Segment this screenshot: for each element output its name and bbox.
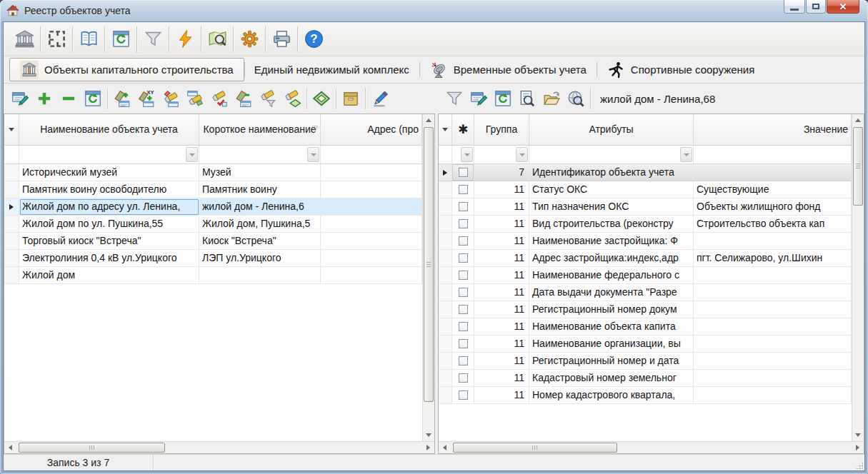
- cell-short[interactable]: Киоск "Встреча": [199, 233, 321, 250]
- row-selector[interactable]: [439, 353, 452, 370]
- cell-value[interactable]: Строительство объекта кап: [694, 216, 852, 233]
- cell-group[interactable]: 11: [474, 336, 529, 353]
- tab-capital-construction[interactable]: Объекты капитального строительства: [9, 58, 244, 81]
- cell-address[interactable]: [321, 216, 422, 233]
- cell-name[interactable]: Исторический музей: [19, 164, 199, 181]
- scroll-up-icon[interactable]: [423, 114, 434, 126]
- vertical-scrollbar[interactable]: [422, 114, 434, 441]
- checkbox-cell[interactable]: [452, 181, 474, 198]
- column-header-value[interactable]: Значение: [694, 114, 852, 145]
- cell-short[interactable]: Музей: [199, 164, 321, 181]
- bank-button[interactable]: [11, 25, 38, 54]
- table-row[interactable]: Торговый киоск "Встреча" Киоск "Встреча": [4, 233, 422, 250]
- table-row[interactable]: 11 Наименование организации, вы: [439, 336, 852, 353]
- cell-short[interactable]: Жилой дом, Пушкина,5: [199, 216, 321, 233]
- table-row[interactable]: Памятник воину освободителю Памятник вои…: [4, 181, 422, 198]
- checkbox-cell[interactable]: [452, 336, 474, 353]
- row-selector[interactable]: [4, 198, 19, 216]
- checkbox-cell[interactable]: [452, 284, 474, 301]
- cell-name[interactable]: Электролиния 0,4 кВ ул.Урицкого: [19, 250, 199, 267]
- cell-group[interactable]: 7: [474, 164, 529, 181]
- cell-value[interactable]: [694, 284, 852, 301]
- row-selector[interactable]: [439, 164, 452, 181]
- cell-group[interactable]: 11: [474, 267, 529, 284]
- column-header-name[interactable]: Наименование объекта учета: [19, 114, 199, 145]
- cell-value[interactable]: Существующие: [694, 181, 852, 198]
- edit-geometry-button[interactable]: [368, 86, 392, 111]
- land-parcel-button[interactable]: [309, 86, 334, 111]
- checkbox-cell[interactable]: [452, 387, 474, 404]
- cell-address[interactable]: [321, 233, 422, 250]
- attr-open-document-button[interactable]: [539, 86, 564, 111]
- attribute-checkbox[interactable]: [459, 185, 468, 194]
- row-selector[interactable]: [439, 301, 452, 318]
- attribute-checkbox[interactable]: [459, 202, 468, 211]
- cell-attribute[interactable]: Номер кадастрового квартала,: [529, 387, 694, 404]
- edit-record-button[interactable]: [8, 86, 32, 111]
- cell-group[interactable]: 11: [474, 284, 529, 301]
- checkbox-cell[interactable]: [452, 198, 474, 216]
- filter-cell-check[interactable]: [452, 146, 474, 163]
- table-row[interactable]: Жилой дом: [4, 267, 422, 284]
- filter-button[interactable]: [139, 25, 166, 54]
- cell-attribute[interactable]: Наименование организации, вы: [529, 336, 694, 353]
- attribute-checkbox[interactable]: [459, 271, 468, 280]
- cell-group[interactable]: 11: [474, 216, 529, 233]
- attribute-checkbox[interactable]: [459, 236, 468, 246]
- cell-value[interactable]: пгт. Селижарово, ул.Шихин: [694, 250, 852, 267]
- tab-sport-facilities[interactable]: Спортивные сооружения: [597, 58, 764, 81]
- cell-attribute[interactable]: Тип назначения ОКС: [529, 198, 694, 216]
- scroll-left-icon[interactable]: [439, 442, 451, 453]
- add-object-by-xy-button[interactable]: XY: [134, 86, 159, 111]
- cell-group[interactable]: 11: [474, 301, 529, 318]
- filter-dropdown-icon[interactable]: [186, 147, 198, 162]
- cell-value[interactable]: [694, 318, 852, 336]
- cell-short[interactable]: жилой дом - Ленина,6: [199, 198, 321, 216]
- check-geometry-button[interactable]: [207, 86, 231, 111]
- lightning-button[interactable]: [171, 25, 199, 54]
- table-row[interactable]: 11 Дата выдачи документа "Разре: [439, 284, 852, 301]
- attribute-checkbox[interactable]: [459, 339, 468, 348]
- add-object-on-map-button[interactable]: [110, 86, 134, 111]
- cell-value[interactable]: [694, 164, 852, 181]
- cell-value[interactable]: [694, 387, 852, 404]
- column-chooser[interactable]: [439, 114, 452, 145]
- column-header-attributes[interactable]: Атрибуты: [529, 114, 694, 145]
- cell-name[interactable]: Жилой дом: [19, 267, 199, 284]
- column-header-group[interactable]: Группа: [474, 114, 529, 145]
- cell-value[interactable]: [694, 353, 852, 370]
- horizontal-scrollbar[interactable]: [4, 441, 434, 453]
- attribute-checkbox[interactable]: [459, 390, 468, 400]
- column-header-short-name[interactable]: Короткое наименование▽: [199, 114, 321, 145]
- cell-attribute[interactable]: Регистрационный номер и дата: [529, 353, 694, 370]
- cell-name[interactable]: Памятник воину освободителю: [19, 181, 199, 198]
- row-selector[interactable]: [4, 181, 19, 198]
- table-row[interactable]: Исторический музей Музей: [4, 164, 422, 181]
- find-from-map-button[interactable]: [183, 86, 207, 111]
- registry-book-button[interactable]: [75, 25, 102, 54]
- scroll-thumb[interactable]: [424, 127, 434, 402]
- cell-group[interactable]: 11: [474, 318, 529, 336]
- table-row[interactable]: 11 Регистрационный номер и дата: [439, 353, 852, 370]
- row-selector[interactable]: [4, 164, 19, 181]
- column-header-check[interactable]: ✱: [452, 114, 474, 145]
- attribute-checkbox[interactable]: [459, 168, 468, 177]
- help-button[interactable]: ?: [300, 25, 327, 54]
- attribute-checkbox[interactable]: [459, 373, 468, 383]
- cell-value[interactable]: [694, 301, 852, 318]
- table-row-selected[interactable]: 7 Идентификатор объекта учета: [439, 164, 852, 181]
- row-selector[interactable]: [439, 181, 452, 198]
- row-selector[interactable]: [4, 250, 19, 267]
- cell-attribute[interactable]: Наименование объекта капита: [529, 318, 694, 336]
- cell-address[interactable]: [321, 164, 422, 181]
- checkbox-cell[interactable]: [452, 267, 474, 284]
- row-selector[interactable]: [439, 370, 452, 387]
- row-selector[interactable]: [439, 233, 452, 250]
- cell-group[interactable]: 11: [474, 181, 529, 198]
- checkbox-cell[interactable]: [452, 233, 474, 250]
- archive-button[interactable]: [339, 86, 363, 111]
- attr-edit-button[interactable]: [467, 86, 491, 111]
- attribute-checkbox[interactable]: [459, 288, 468, 297]
- scroll-thumb[interactable]: [853, 127, 863, 206]
- cell-value[interactable]: [694, 267, 852, 284]
